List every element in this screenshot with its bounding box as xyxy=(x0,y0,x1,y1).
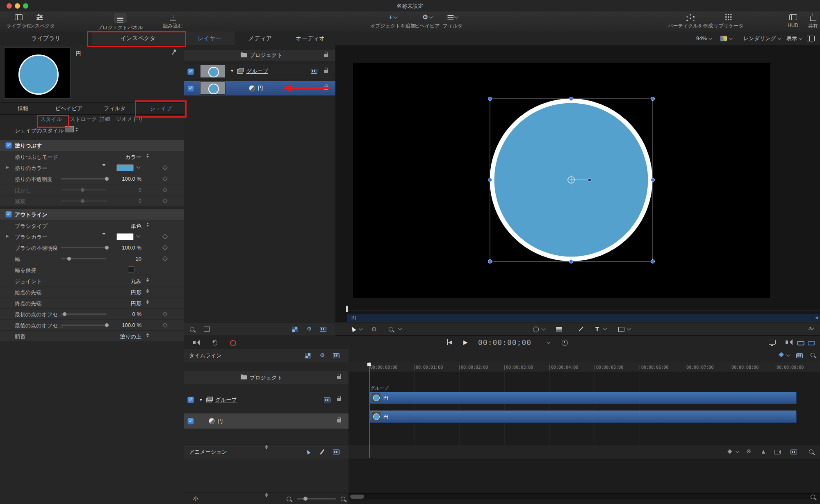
clear-keyframes-icon[interactable]: ⊗ xyxy=(746,448,751,454)
magnifier-icon[interactable] xyxy=(809,450,813,454)
section-checkbox[interactable]: ✓ xyxy=(5,211,12,218)
section-checkbox[interactable]: ✓ xyxy=(5,142,12,149)
checkbox[interactable]: ✓ xyxy=(187,397,194,403)
channels-dropdown[interactable] xyxy=(720,32,732,45)
lock-icon[interactable] xyxy=(337,376,341,379)
lock-icon[interactable] xyxy=(337,419,341,422)
camera-icon[interactable] xyxy=(774,450,781,454)
stepper-icon[interactable] xyxy=(146,222,149,227)
view-dropdown[interactable]: 表示 xyxy=(786,32,802,45)
transform-tool-icon[interactable]: ⊙ xyxy=(371,325,377,333)
animation-row[interactable]: アニメーション xyxy=(184,445,348,459)
search-icon[interactable] xyxy=(190,327,194,331)
select-tool-icon[interactable] xyxy=(350,325,356,332)
inspector-button[interactable]: インスペクタ xyxy=(25,13,55,30)
lock-icon[interactable] xyxy=(324,54,328,57)
rectangle-tool-icon[interactable] xyxy=(618,327,624,332)
disclosure-icon[interactable]: ▶ xyxy=(6,234,9,238)
fullscreen-icon[interactable]: ↗↙ xyxy=(808,326,813,331)
slider[interactable] xyxy=(61,313,107,315)
param-value[interactable]: 塗りの上 xyxy=(102,333,141,341)
slider[interactable] xyxy=(61,247,107,248)
timeline-circle-row[interactable]: ✓ 円 xyxy=(184,413,348,429)
tab-audio[interactable]: オーディオ xyxy=(285,32,336,45)
slider[interactable] xyxy=(61,200,107,202)
show-transparency-icon[interactable] xyxy=(292,327,298,332)
chevron-down-icon[interactable] xyxy=(736,449,740,453)
param-value[interactable]: 円形 xyxy=(102,300,141,307)
playhead[interactable] xyxy=(369,362,369,458)
go-to-start-button[interactable]: ◀ xyxy=(447,339,452,345)
stepper-icon[interactable] xyxy=(146,300,149,304)
link-alt-icon[interactable] xyxy=(808,341,815,345)
stepper-icon[interactable] xyxy=(146,154,149,158)
magnifier-icon[interactable] xyxy=(811,495,815,499)
shape-tool-icon[interactable] xyxy=(533,327,539,332)
magnifier-icon[interactable] xyxy=(811,353,815,357)
keyframe-diamond-icon[interactable] xyxy=(162,165,168,170)
timeline-tab[interactable]: タイムライン xyxy=(189,349,222,362)
disclosure-triangle[interactable]: ▼ xyxy=(199,392,203,407)
playhead-handle[interactable] xyxy=(367,363,371,366)
filters-button[interactable]: フィルタ xyxy=(442,13,462,30)
audio-icon[interactable] xyxy=(786,341,788,344)
slider[interactable] xyxy=(61,178,107,179)
scrollbar-handle[interactable] xyxy=(350,495,364,499)
layer-row-group[interactable]: ✓ ▼ グループ xyxy=(184,64,335,79)
param-value[interactable]: 0 xyxy=(102,187,141,193)
zoom-out-icon[interactable] xyxy=(287,497,291,501)
import-button[interactable]: ↓ 読み込む xyxy=(163,13,183,30)
checkbox[interactable]: ✓ xyxy=(187,418,194,425)
loop-icon[interactable] xyxy=(212,340,217,345)
subtab-stroke[interactable]: ストローク xyxy=(70,116,97,123)
chevron-down-icon[interactable] xyxy=(398,327,402,331)
mute-icon[interactable] xyxy=(193,341,196,344)
window-layout-button[interactable] xyxy=(807,32,815,45)
mini-playhead[interactable] xyxy=(346,306,348,312)
keyframe-diamond-icon[interactable] xyxy=(162,322,168,328)
canvas[interactable] xyxy=(353,63,770,298)
param-value[interactable]: 丸み xyxy=(102,278,141,285)
chevron-down-icon[interactable] xyxy=(359,327,363,331)
chevron-down-icon[interactable] xyxy=(603,327,607,331)
tab-layers[interactable]: レイヤー xyxy=(184,32,235,45)
color-swatch[interactable] xyxy=(116,233,134,240)
clips-view-icon[interactable] xyxy=(796,353,803,358)
retime-icon[interactable] xyxy=(762,450,765,454)
replicator-button[interactable]: リプリケータ xyxy=(713,13,743,30)
mini-timeline-ruler[interactable] xyxy=(347,305,820,313)
stepper-icon[interactable] xyxy=(184,493,348,497)
keyframe-diamond-icon[interactable] xyxy=(779,352,784,357)
tab-media[interactable]: メディア xyxy=(235,32,286,45)
inspector-tab-info[interactable]: 情報 xyxy=(0,102,46,115)
inspector-tab-filters[interactable]: フィルタ xyxy=(92,102,138,115)
param-value[interactable]: 円形 xyxy=(102,289,141,296)
chevron-down-icon[interactable] xyxy=(627,327,631,331)
checkbox[interactable]: ✓ xyxy=(187,68,194,75)
stepper-icon[interactable] xyxy=(146,333,149,337)
timeline-scrollbar[interactable] xyxy=(348,493,820,499)
make-particles-button[interactable]: パーティクルを作成 xyxy=(668,13,713,30)
timeline-project-row[interactable]: プロジェクト xyxy=(184,371,348,384)
inspector-tab-behaviors[interactable]: ビヘイビア xyxy=(46,102,92,115)
chevron-down-icon[interactable] xyxy=(547,340,551,344)
param-value[interactable]: カラー xyxy=(102,154,141,161)
show-behaviors-icon[interactable]: ⚙ xyxy=(320,352,325,358)
subtab-advanced[interactable]: 詳細 xyxy=(100,116,110,123)
pin-icon[interactable] xyxy=(172,51,175,54)
timer-icon[interactable] xyxy=(562,340,568,346)
timeline-group-row[interactable]: ✓ ▼ グループ xyxy=(184,392,348,407)
lock-icon[interactable] xyxy=(324,70,328,73)
record-icon[interactable] xyxy=(230,340,236,346)
isolate-icon[interactable] xyxy=(311,69,317,74)
render-dropdown[interactable]: レンダリング xyxy=(743,32,781,45)
show-transparency-icon[interactable] xyxy=(305,353,311,359)
tab-library[interactable]: ライブラリ xyxy=(0,32,92,45)
disclosure-triangle[interactable]: ▼ xyxy=(230,68,234,73)
chevron-down-icon[interactable] xyxy=(542,327,546,331)
time-ruler[interactable]: 00:00:00;0000:00:01;0000:00:02;0000:00:0… xyxy=(348,362,820,372)
timecode-display[interactable]: 00:00:00;00 xyxy=(478,338,531,347)
lock-icon[interactable] xyxy=(337,398,341,401)
keyframe-diamond-icon[interactable] xyxy=(162,311,168,317)
zoom-in-icon[interactable] xyxy=(341,497,345,501)
